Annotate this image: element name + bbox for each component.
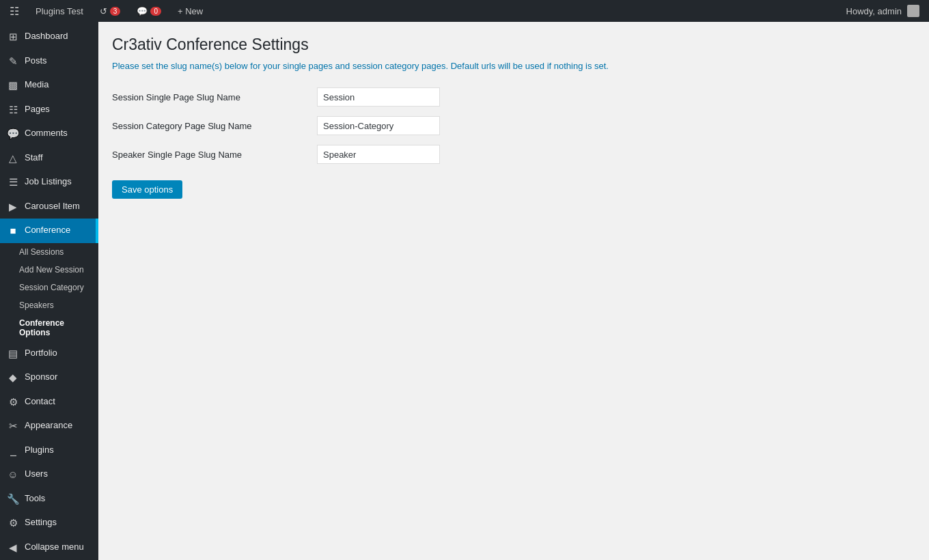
- contact-icon: ⚙: [7, 395, 19, 409]
- updates-icon: ↺: [100, 6, 107, 16]
- settings-icon: ⚙: [7, 516, 19, 530]
- session-cat-slug-input[interactable]: [317, 116, 440, 135]
- admin-sidebar: ⊞ Dashboard ✎ Posts ▩ Media ☷ Pages 💬 Co…: [0, 22, 98, 560]
- submenu-conference-options[interactable]: Conference Options: [0, 314, 98, 341]
- admin-bar: ☷ Plugins Test ↺ 3 💬 0 + New Howdy, admi…: [0, 0, 929, 22]
- wp-logo[interactable]: ☷: [5, 0, 23, 22]
- conference-icon: ■: [7, 224, 19, 238]
- carousel-icon: ▶: [7, 200, 19, 214]
- comments-link[interactable]: 💬 0: [133, 0, 165, 22]
- sidebar-item-plugins[interactable]: ⎯ Plugins: [0, 438, 98, 463]
- comments-sidebar-icon: 💬: [7, 127, 19, 141]
- session-slug-input[interactable]: [317, 87, 440, 107]
- pages-icon: ☷: [7, 103, 19, 117]
- user-avatar: [907, 5, 919, 17]
- session-slug-label: Session Single Page Slug Name: [112, 92, 317, 102]
- sidebar-item-conference[interactable]: ■ Conference: [0, 219, 98, 243]
- users-icon: ☺: [7, 468, 19, 481]
- sidebar-item-dashboard[interactable]: ⊞ Dashboard: [0, 25, 98, 49]
- session-cat-slug-label: Session Category Page Slug Name: [112, 121, 317, 131]
- sidebar-item-portfolio[interactable]: ▤ Portfolio: [0, 341, 98, 366]
- tools-icon: 🔧: [7, 492, 19, 506]
- submenu-session-category[interactable]: Session Category: [0, 279, 98, 296]
- media-icon: ▩: [7, 79, 19, 92]
- sidebar-item-pages[interactable]: ☷ Pages: [0, 98, 98, 122]
- sidebar-item-users[interactable]: ☺ Users: [0, 462, 98, 487]
- sidebar-item-tools[interactable]: 🔧 Tools: [0, 487, 98, 512]
- field-row-session-slug: Session Single Page Slug Name: [112, 87, 915, 107]
- sidebar-item-collapse[interactable]: ◀ Collapse menu: [0, 535, 98, 560]
- submenu-all-sessions[interactable]: All Sessions: [0, 243, 98, 261]
- submenu-speakers[interactable]: Speakers: [0, 296, 98, 314]
- collapse-icon: ◀: [7, 541, 19, 555]
- sidebar-item-comments[interactable]: 💬 Comments: [0, 122, 98, 146]
- sidebar-item-job-listings[interactable]: ☰ Job Listings: [0, 170, 98, 195]
- settings-form: Session Single Page Slug Name Session Ca…: [112, 87, 915, 199]
- job-listings-icon: ☰: [7, 176, 19, 189]
- howdy-user[interactable]: Howdy, admin: [842, 0, 924, 22]
- page-description: Please set the slug name(s) below for yo…: [112, 61, 915, 71]
- field-row-speaker-slug: Speaker Single Page Slug Name: [112, 145, 915, 164]
- plugins-icon: ⎯: [7, 444, 19, 458]
- speaker-slug-input[interactable]: [317, 145, 440, 164]
- wp-icon: ☷: [10, 5, 19, 18]
- site-name[interactable]: Plugins Test: [31, 0, 87, 22]
- page-title: Cr3ativ Conference Settings: [112, 36, 915, 54]
- sidebar-item-staff[interactable]: △ Staff: [0, 146, 98, 171]
- sidebar-item-contact[interactable]: ⚙ Contact: [0, 390, 98, 415]
- appearance-icon: ✂: [7, 419, 19, 433]
- portfolio-icon: ▤: [7, 347, 19, 361]
- sidebar-item-carousel-item[interactable]: ▶ Carousel Item: [0, 195, 98, 219]
- sidebar-item-posts[interactable]: ✎ Posts: [0, 49, 98, 74]
- updates-link[interactable]: ↺ 3: [96, 0, 125, 22]
- sidebar-item-settings[interactable]: ⚙ Settings: [0, 511, 98, 535]
- new-content-link[interactable]: + New: [174, 0, 207, 22]
- comments-icon: 💬: [137, 6, 148, 16]
- sponsor-icon: ◆: [7, 371, 19, 384]
- posts-icon: ✎: [7, 55, 19, 68]
- save-options-button[interactable]: Save options: [112, 180, 182, 199]
- staff-icon: △: [7, 152, 19, 165]
- speaker-slug-label: Speaker Single Page Slug Name: [112, 150, 317, 160]
- submenu-add-new-session[interactable]: Add New Session: [0, 261, 98, 279]
- sidebar-item-media[interactable]: ▩ Media: [0, 73, 98, 98]
- main-content: Cr3ativ Conference Settings Please set t…: [98, 22, 929, 560]
- sidebar-item-sponsor[interactable]: ◆ Sponsor: [0, 365, 98, 390]
- sidebar-item-appearance[interactable]: ✂ Appearance: [0, 414, 98, 438]
- field-row-session-cat-slug: Session Category Page Slug Name: [112, 116, 915, 135]
- dashboard-icon: ⊞: [7, 30, 19, 44]
